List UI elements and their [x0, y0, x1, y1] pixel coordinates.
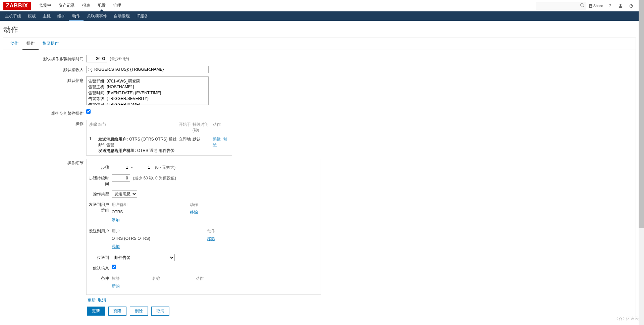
subnav-discovery[interactable]: 自动发现: [110, 11, 133, 21]
select-only-send[interactable]: 邮件告警: [112, 254, 175, 261]
label-pause-maintenance: 维护期间暂停操作: [3, 109, 86, 116]
scrollbar[interactable]: [639, 0, 644, 322]
subnav-correlation[interactable]: 关联项事件: [84, 11, 110, 21]
subnav-templates[interactable]: 模板: [24, 11, 39, 21]
sub-nav: 主机群组 模板 主机 维护 动作 关联项事件 自动发现 IT服务: [0, 11, 639, 21]
th-action-2: 动作: [207, 228, 227, 234]
dlabel-conditions: 条件: [87, 275, 112, 281]
ops-step: 1: [89, 137, 98, 154]
input-step-to[interactable]: [134, 164, 152, 171]
label-operations: 操作: [3, 120, 86, 127]
user-icon[interactable]: [616, 2, 625, 10]
content-box: 动作 操作 恢复操作 默认操作步骤持续时间 (最少60秒) 默认接收人 默认信息: [3, 38, 636, 319]
label-default-step-duration: 默认操作步骤持续时间: [3, 55, 86, 62]
update-button[interactable]: 更新: [87, 307, 105, 316]
svg-point-0: [581, 3, 583, 6]
dlabel-only-send: 仅送到: [87, 254, 112, 261]
hint-default-step-duration: (最少60秒): [110, 56, 129, 61]
user-remove-link[interactable]: 移除: [207, 236, 215, 241]
tab-operations[interactable]: 操作: [22, 38, 39, 50]
topnav-admin[interactable]: 管理: [110, 0, 124, 11]
detail-update-link[interactable]: 更新: [88, 298, 96, 303]
th-cond-name: 名称: [152, 276, 196, 281]
ops-dur: 默认: [193, 137, 213, 154]
scrollbar-thumb[interactable]: [639, 0, 644, 228]
dlabel-step-duration: 步骤持续时间: [87, 174, 112, 187]
dlabel-default-msg: 默认信息: [87, 265, 112, 271]
dlabel-op-type: 操作类型: [87, 190, 112, 197]
operation-details-box: 步骤 - (0 - 无穷大) 步骤持续时间 (最少 6: [86, 159, 321, 295]
input-default-message[interactable]: [86, 76, 209, 105]
list-item: OTRS (OTRS OTRS) 移除: [112, 235, 321, 243]
subnav-hostgroups[interactable]: 主机群组: [2, 11, 24, 21]
top-nav: 监测中 资产记录 报表 配置 管理: [36, 0, 536, 11]
topbar: ZABBIX 监测中 资产记录 报表 配置 管理 ZShare ?: [0, 0, 639, 11]
th-user: 用户: [112, 228, 207, 234]
watermark: 亿速云: [616, 316, 639, 322]
detail-cancel-link[interactable]: 取消: [98, 298, 106, 303]
th-user-group: 用户群组: [112, 202, 190, 208]
ops-h-act: 动作: [213, 122, 229, 133]
topnav-reports[interactable]: 报表: [79, 0, 94, 11]
group-add-link[interactable]: 添加: [112, 217, 120, 223]
ops-start: 立即地: [179, 137, 193, 154]
dlabel-send-group: 发送到用户群组: [87, 201, 112, 213]
hint-step: (0 - 无穷大): [155, 165, 175, 170]
ops-edit-link[interactable]: 编辑: [213, 137, 221, 142]
th-action: 动作: [190, 202, 210, 208]
search-icon: [580, 3, 584, 8]
th-cond-action: 动作: [196, 276, 216, 281]
ops-h-start: 开始于: [179, 122, 193, 133]
ops-h-detail: 细节: [98, 122, 178, 133]
label-operation-details: 操作细节: [3, 159, 86, 166]
delete-button[interactable]: 删除: [130, 307, 148, 316]
topnav-inventory[interactable]: 资产记录: [55, 0, 78, 11]
form-buttons: 更新 克隆 删除 取消: [87, 307, 636, 316]
checkbox-pause-maintenance[interactable]: [86, 109, 91, 114]
tab-action[interactable]: 动作: [6, 38, 22, 50]
user-name: OTRS (OTRS OTRS): [112, 236, 207, 242]
tabs: 动作 操作 恢复操作: [3, 38, 636, 50]
subnav-maintenance[interactable]: 维护: [54, 11, 69, 21]
tab-recovery[interactable]: 恢复操作: [39, 38, 63, 50]
help-icon[interactable]: ?: [606, 2, 614, 10]
user-add-link[interactable]: 添加: [112, 244, 120, 250]
label-default-message: 默认信息: [3, 76, 86, 84]
input-default-step-duration[interactable]: [86, 55, 107, 62]
subnav-itservices[interactable]: IT服务: [133, 11, 152, 21]
ops-detail: 发送消息给用户: OTRS (OTRS OTRS) 通过 邮件告警 发送消息给用…: [98, 137, 178, 154]
input-step-from[interactable]: [112, 164, 130, 171]
topnav-monitoring[interactable]: 监测中: [36, 0, 55, 11]
subnav-hosts[interactable]: 主机: [39, 11, 54, 21]
search-input[interactable]: [536, 2, 586, 9]
page-title: 动作: [0, 21, 639, 38]
label-default-recipient: 默认接收人: [3, 66, 86, 73]
svg-point-7: [619, 318, 620, 319]
topnav-config[interactable]: 配置: [94, 0, 109, 11]
clone-button[interactable]: 克隆: [108, 307, 126, 316]
group-remove-link[interactable]: 移除: [190, 210, 198, 215]
select-op-type[interactable]: 发送消息: [112, 190, 137, 198]
subnav-actions[interactable]: 动作: [69, 11, 84, 21]
hint-step-duration: (最少 60 秒, 0 为预设值): [133, 176, 176, 180]
svg-point-8: [621, 318, 622, 319]
checkbox-default-msg[interactable]: [112, 265, 116, 269]
svg-point-2: [620, 4, 621, 5]
list-item: OTRS 移除: [112, 209, 321, 216]
topbar-right: ZShare ?: [536, 2, 635, 10]
cond-new-link[interactable]: 新的: [112, 283, 120, 289]
ops-h-dur: 持续时间(秒): [193, 122, 213, 133]
svg-line-1: [583, 6, 584, 7]
logo[interactable]: ZABBIX: [3, 2, 31, 10]
ops-h-step: 步骤: [89, 122, 98, 133]
power-icon[interactable]: [627, 2, 635, 10]
share-button[interactable]: ZShare: [589, 4, 603, 8]
input-step-duration[interactable]: [112, 174, 130, 182]
group-name: OTRS: [112, 210, 190, 215]
th-cond-label: 标签: [112, 276, 152, 281]
dlabel-send-user: 发送到用户: [87, 227, 112, 234]
input-default-recipient[interactable]: [86, 66, 209, 73]
cancel-button[interactable]: 取消: [151, 307, 169, 316]
dlabel-step: 步骤: [87, 164, 112, 170]
table-row: 1 发送消息给用户: OTRS (OTRS OTRS) 通过 邮件告警 发送消息…: [87, 135, 232, 155]
